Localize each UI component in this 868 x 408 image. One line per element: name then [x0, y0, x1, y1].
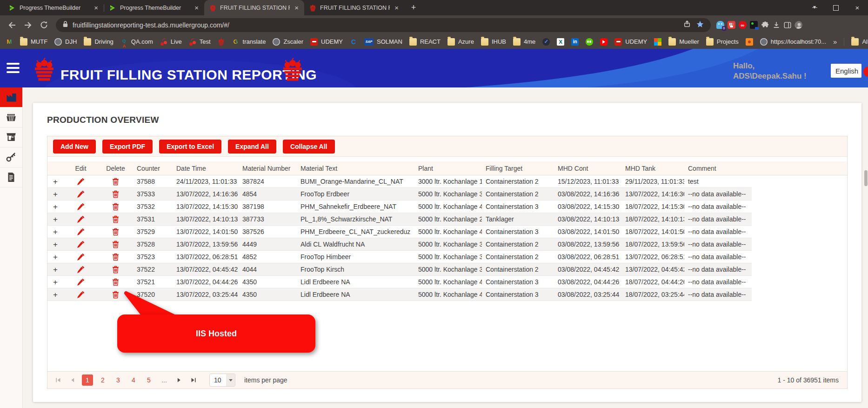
bookmark-item[interactable]: DJH: [54, 38, 77, 46]
column-header-delete[interactable]: Delete: [98, 165, 133, 172]
column-header-material-text[interactable]: Material Text: [297, 165, 414, 172]
edit-pencil-icon[interactable]: [77, 278, 85, 286]
pager-page-2[interactable]: 2: [97, 375, 108, 386]
bookmark-item[interactable]: Azure: [447, 38, 474, 46]
language-selector[interactable]: English: [831, 64, 861, 78]
column-header-plant[interactable]: Plant: [414, 165, 482, 172]
add-new-button[interactable]: Add New: [53, 140, 96, 154]
edit-pencil-icon[interactable]: [77, 178, 85, 186]
pager-page-1[interactable]: 1: [82, 375, 93, 386]
bookmarks-overflow-chevron[interactable]: »: [833, 38, 837, 46]
bookmark-item[interactable]: MUTF: [20, 38, 47, 46]
pager-page-5[interactable]: 5: [143, 375, 154, 386]
sidebar-item-crate-overview[interactable]: [0, 107, 22, 127]
pager-next-icon[interactable]: [174, 375, 184, 385]
edit-pencil-icon[interactable]: [77, 253, 85, 261]
edit-pencil-icon[interactable]: [77, 241, 85, 248]
bookmark-item[interactable]: Zscaler: [273, 38, 303, 46]
browser-tab[interactable]: Progress ThemeBuilder ×: [104, 0, 204, 15]
new-tab-button[interactable]: +: [407, 1, 420, 14]
row-expand-icon[interactable]: +: [53, 178, 58, 186]
pager-page-4[interactable]: 4: [128, 375, 139, 386]
bookmark-item[interactable]: ✓: [542, 38, 550, 46]
bookmark-item[interactable]: Live: [160, 38, 182, 46]
row-expand-icon[interactable]: +: [53, 203, 58, 211]
browser-tab[interactable]: FRUIT FILLING STATION REPORTING ×: [204, 0, 304, 15]
bookmark-item[interactable]: in: [571, 38, 579, 46]
forward-icon[interactable]: [20, 18, 35, 33]
edit-pencil-icon[interactable]: [77, 215, 85, 223]
column-header-material-number[interactable]: Material Number: [239, 165, 297, 172]
edit-pencil-icon[interactable]: [77, 203, 85, 211]
puzzle-icon[interactable]: [761, 21, 769, 29]
delete-trash-icon[interactable]: [112, 190, 119, 198]
scrollbar-thumb[interactable]: [864, 170, 868, 186]
dark-app-icon[interactable]: [750, 21, 758, 29]
pager-more[interactable]: ...: [159, 375, 170, 386]
bookmark-item[interactable]: UDEMY: [614, 38, 647, 46]
column-header-edit[interactable]: Edit: [63, 165, 98, 172]
column-header-comment[interactable]: Comment: [684, 165, 752, 172]
row-expand-icon[interactable]: +: [53, 241, 58, 248]
pager-last-icon[interactable]: [188, 375, 199, 385]
collapse-all-button[interactable]: Collapse All: [283, 140, 335, 154]
browser-tab[interactable]: Progress ThemeBuilder ×: [4, 0, 104, 15]
tab-close-icon[interactable]: ×: [194, 4, 200, 11]
back-icon[interactable]: [5, 18, 20, 33]
delete-trash-icon[interactable]: [112, 203, 119, 211]
row-expand-icon[interactable]: +: [53, 228, 58, 236]
bookmark-item[interactable]: https://localhost:70...: [760, 38, 826, 46]
sidebar-item-access-keys[interactable]: [0, 147, 22, 167]
edit-pencil-icon[interactable]: [77, 266, 85, 274]
bookmark-star-icon[interactable]: [696, 20, 704, 30]
sidebar-item-station-admin[interactable]: [0, 127, 22, 147]
column-header-mhd-tank[interactable]: MHD Tank: [621, 165, 684, 172]
bookmark-item[interactable]: REACT: [409, 38, 441, 46]
bookmark-item[interactable]: C: [350, 38, 357, 46]
bookmark-item[interactable]: [218, 38, 225, 46]
tab-close-icon[interactable]: ×: [394, 4, 400, 11]
pager-first-icon[interactable]: [53, 375, 63, 385]
sidebar-item-reports[interactable]: [0, 167, 22, 187]
profile-avatar-icon[interactable]: [795, 21, 802, 29]
tab-close-icon[interactable]: ×: [294, 4, 300, 11]
close-window-button[interactable]: ×: [847, 0, 868, 15]
pager-prev-icon[interactable]: [67, 375, 78, 385]
column-header-counter[interactable]: Counter: [133, 165, 173, 172]
maximize-button[interactable]: [825, 0, 847, 15]
all-bookmarks[interactable]: All Boo...: [851, 38, 868, 46]
ghost-icon[interactable]: 0: [716, 21, 724, 29]
page-size-select[interactable]: 10: [209, 374, 235, 387]
pager-page-3[interactable]: 3: [113, 375, 124, 386]
edit-pencil-icon[interactable]: [77, 190, 85, 198]
bookmark-item[interactable]: IHUB: [481, 38, 506, 46]
url-text[interactable]: fruitfillingstationreporting-test.ads.mu…: [73, 21, 679, 29]
export-pdf-button[interactable]: Export PDF: [102, 140, 153, 154]
side-panel-icon[interactable]: [783, 21, 791, 29]
column-header-mhd-cont[interactable]: MHD Cont: [554, 165, 621, 172]
bookmark-item[interactable]: Mueller: [668, 38, 699, 46]
edit-pencil-icon[interactable]: [77, 228, 85, 236]
delete-trash-icon[interactable]: [112, 253, 119, 261]
hand-icon[interactable]: [728, 21, 735, 29]
menu-hamburger-icon[interactable]: [7, 63, 20, 74]
download-icon[interactable]: [772, 21, 780, 29]
infinity-icon[interactable]: ∞: [739, 21, 747, 29]
bookmark-item[interactable]: [600, 38, 608, 46]
edit-pencil-icon[interactable]: [77, 291, 85, 299]
delete-trash-icon[interactable]: [112, 266, 119, 274]
bookmark-item[interactable]: SAPSOLMAN: [364, 38, 402, 46]
bookmark-item[interactable]: 4me: [513, 38, 535, 46]
delete-trash-icon[interactable]: [112, 241, 119, 248]
row-expand-icon[interactable]: +: [53, 215, 58, 223]
address-bar[interactable]: fruitfillingstationreporting-test.ads.mu…: [56, 18, 711, 32]
bookmark-item[interactable]: [586, 38, 593, 46]
column-header-filling-target[interactable]: Filling Target: [482, 165, 554, 172]
bookmark-item[interactable]: [654, 38, 661, 46]
bookmark-item[interactable]: [746, 38, 753, 46]
bookmark-item[interactable]: Gtranslate: [232, 38, 266, 46]
row-expand-icon[interactable]: +: [53, 278, 58, 286]
bookmark-item[interactable]: Projects: [706, 38, 739, 46]
expand-all-button[interactable]: Expand All: [228, 140, 276, 154]
minimize-button[interactable]: [804, 0, 825, 15]
